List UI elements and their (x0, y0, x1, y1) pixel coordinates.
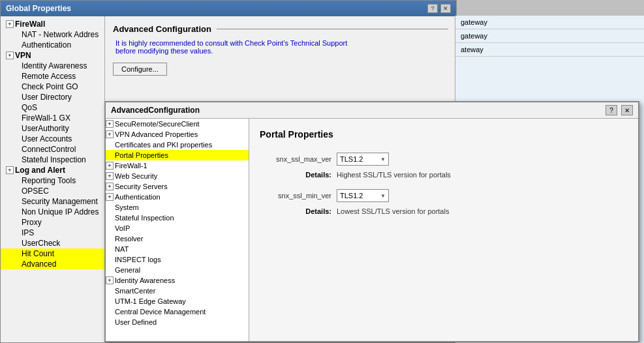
gateway-item-3: ateway (455, 43, 644, 57)
dialog-tree-utm-edge[interactable]: UTM-1 Edge Gateway (106, 296, 249, 306)
tree-item-label: FireWall-1 (115, 162, 147, 170)
sidebar-item-label: Non Unique IP Addres (22, 207, 99, 216)
dialog-tree: + SecuRemote/SecureClient + VPN Advanced… (106, 119, 249, 341)
dialog-body: + SecuRemote/SecureClient + VPN Advanced… (106, 119, 638, 341)
section-header: Advanced Configuration (113, 24, 448, 34)
max-ver-label: snx_ssl_max_ver (260, 155, 331, 163)
dialog-close-button[interactable]: ✕ (621, 105, 633, 115)
sidebar-item-label: ConnectControl (22, 145, 76, 154)
sidebar-tree: + FireWall NAT - Network Addres Authenti… (1, 16, 104, 272)
sidebar-item-label: Stateful Inspection (22, 155, 86, 164)
dialog-help-button[interactable]: ? (606, 105, 617, 115)
dialog-tree-vpn-adv[interactable]: + VPN Advanced Properties (106, 129, 249, 140)
sidebar-item-user-accounts[interactable]: User Accounts (1, 134, 104, 144)
min-ver-value: TLS1.2 (340, 192, 363, 200)
expand-icon: + (106, 130, 114, 138)
max-ver-value: TLS1.2 (340, 155, 363, 163)
sidebar-item-identity[interactable]: Identity Awareness (1, 61, 104, 71)
dialog-tree-securemote[interactable]: + SecuRemote/SecureClient (106, 119, 249, 129)
sidebar-item-label: OPSEC (22, 186, 49, 196)
dialog-tree-cert-pki[interactable]: Certificates and PKI properties (106, 140, 249, 150)
info-text: It is highly recommended to consult with… (113, 39, 448, 55)
tree-item-label: Resolver (115, 235, 143, 243)
sidebar-item-label: FireWall-1 GX (22, 113, 70, 123)
tree-item-label: General (115, 266, 140, 274)
sidebar-item-usercheck[interactable]: UserCheck (1, 238, 104, 248)
expand-icon: + (106, 162, 114, 170)
sidebar-item-nat[interactable]: NAT - Network Addres (1, 29, 104, 40)
tree-item-label: NAT (115, 245, 129, 253)
tree-item-label: Web Security (115, 172, 157, 180)
sidebar-item-label: UserCheck (22, 239, 60, 248)
dialog-tree-voip[interactable]: VoIP (106, 223, 249, 233)
dialog-tree-stateful[interactable]: Stateful Inspection (106, 213, 249, 223)
dialog-tree-resolver[interactable]: Resolver (106, 233, 249, 244)
expand-icon: + (6, 166, 14, 174)
dialog-tree-sec-servers[interactable]: + Security Servers (106, 181, 249, 192)
section-title: Advanced Configuration (113, 24, 211, 34)
sidebar-item-userauth[interactable]: UserAuthority (1, 123, 104, 134)
sidebar-item-authentication[interactable]: Authentication (1, 40, 104, 50)
dialog-tree-smartcenter[interactable]: SmartCenter (106, 286, 249, 296)
window-title: Global Properties (6, 4, 71, 13)
min-ver-label: snx_ssl_min_ver (260, 192, 331, 200)
help-button[interactable]: ? (427, 4, 438, 13)
min-ver-details-text: Lowest SSL/TLS version for portals (337, 207, 449, 215)
max-ver-dropdown[interactable]: TLS1.2 ▼ (337, 153, 389, 166)
tree-item-label: Certificates and PKI properties (115, 141, 212, 149)
tree-item-label: VoIP (115, 224, 130, 232)
details-label-min: Details: (260, 207, 331, 215)
window-titlebar: Global Properties ? ✕ (1, 1, 456, 16)
sidebar-item-qos[interactable]: QoS (1, 102, 104, 113)
sidebar-item-log-alert[interactable]: + Log and Alert (1, 165, 104, 175)
dialog-tree-nat[interactable]: NAT (106, 244, 249, 254)
configure-button[interactable]: Configure... (113, 63, 167, 76)
expand-icon: + (6, 20, 14, 28)
close-button[interactable]: ✕ (440, 4, 451, 13)
dialog-tree-portal-props[interactable]: Portal Properties (106, 150, 249, 160)
tree-item-label: INSPECT logs (115, 256, 161, 263)
dialog-title: AdvancedConfiguration (111, 106, 200, 115)
sidebar-item-fw1gx[interactable]: FireWall-1 GX (1, 113, 104, 123)
expand-icon: + (106, 193, 114, 201)
details-label-max: Details: (260, 171, 331, 179)
sidebar-item-ips[interactable]: IPS (1, 228, 104, 238)
sidebar-item-remote[interactable]: Remote Access (1, 71, 104, 82)
dialog-tree-system[interactable]: System (106, 202, 249, 213)
sidebar-item-hitcount[interactable]: Hit Count (1, 248, 104, 259)
tree-item-label: Portal Properties (115, 151, 168, 159)
sidebar-item-advanced[interactable]: Advanced (1, 259, 104, 269)
sidebar-item-sec-mgmt[interactable]: Security Management (1, 196, 104, 207)
sidebar-item-stateful[interactable]: Stateful Inspection (1, 155, 104, 165)
tree-item-label: Security Servers (115, 183, 168, 190)
dropdown-arrow-icon: ▼ (380, 157, 386, 162)
sidebar-item-non-unique[interactable]: Non Unique IP Addres (1, 207, 104, 217)
dialog-tree-web-sec[interactable]: + Web Security (106, 171, 249, 181)
dropdown-arrow-icon-2: ▼ (380, 193, 386, 199)
sidebar-item-reporting[interactable]: Reporting Tools (1, 175, 104, 186)
gateway-item-2: gateway (455, 29, 644, 43)
sidebar-item-checkpoint-go[interactable]: Check Point GO (1, 82, 104, 92)
sidebar-item-label: Remote Access (22, 72, 76, 81)
sidebar-item-label: User Accounts (22, 134, 72, 143)
sidebar-item-connect-ctrl[interactable]: ConnectControl (1, 144, 104, 155)
sidebar-item-label: FireWall (15, 20, 45, 29)
sidebar-item-label: Authentication (22, 40, 71, 50)
min-ver-dropdown[interactable]: TLS1.2 ▼ (337, 189, 389, 202)
sidebar-item-opsec[interactable]: OPSEC (1, 186, 104, 196)
sidebar-item-vpn[interactable]: + VPN (1, 50, 104, 61)
dialog-tree-fw1[interactable]: + FireWall-1 (106, 160, 249, 171)
tree-item-label: Identity Awareness (115, 276, 175, 284)
expand-icon: + (6, 52, 14, 59)
dialog-tree-id-awareness[interactable]: + Identity Awareness (106, 275, 249, 286)
dialog-tree-central-dev[interactable]: Central Device Management (106, 306, 249, 317)
dialog-tree-inspect[interactable]: INSPECT logs (106, 254, 249, 265)
dialog-tree-general[interactable]: General (106, 265, 249, 275)
sidebar-item-firewall[interactable]: + FireWall (1, 19, 104, 29)
dialog-tree-user-defined[interactable]: User Defined (106, 317, 249, 327)
sidebar-item-label: IPS (22, 228, 34, 237)
sidebar-item-user-dir[interactable]: User Directory (1, 92, 104, 102)
sidebar: + FireWall NAT - Network Addres Authenti… (1, 16, 105, 342)
sidebar-item-proxy[interactable]: Proxy (1, 217, 104, 228)
dialog-tree-auth-adv[interactable]: + Authentication (106, 192, 249, 202)
